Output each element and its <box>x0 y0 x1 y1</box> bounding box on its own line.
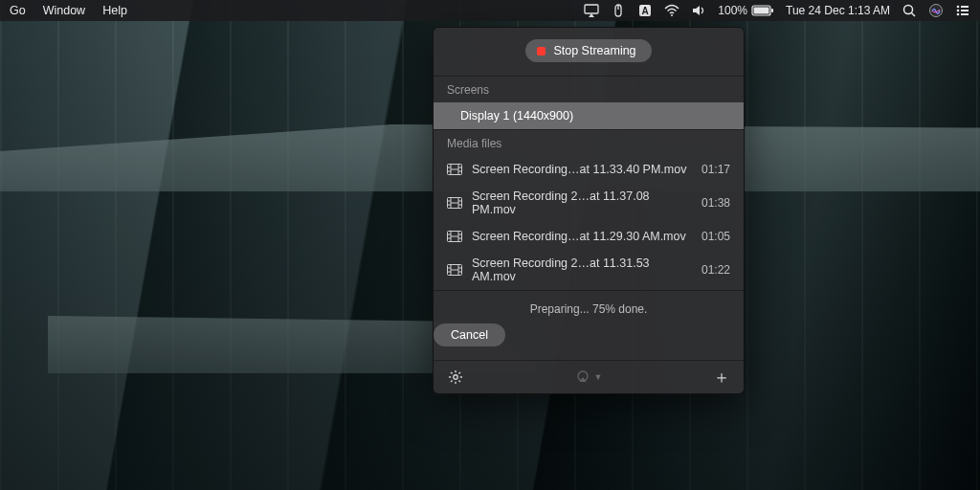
wifi-icon[interactable] <box>664 3 679 18</box>
media-row[interactable]: Screen Recording 2…at 11.31.53 AM.mov01:… <box>434 250 744 290</box>
media-filename: Screen Recording…at 11.33.40 PM.mov <box>472 163 686 176</box>
svg-text:A: A <box>642 6 649 16</box>
media-header: Media files <box>434 129 744 156</box>
add-button[interactable]: ＋ <box>713 368 730 386</box>
svg-rect-17 <box>961 10 969 11</box>
stop-streaming-button[interactable]: Stop Streaming <box>525 39 651 62</box>
settings-gear-icon[interactable] <box>447 368 464 386</box>
svg-rect-19 <box>961 13 969 15</box>
battery-status[interactable]: 100% <box>718 4 774 17</box>
media-row[interactable]: Screen Recording…at 11.33.40 PM.mov01:17 <box>434 156 744 183</box>
svg-rect-0 <box>585 5 598 13</box>
svg-line-57 <box>451 372 453 374</box>
menu-window[interactable]: Window <box>43 4 85 17</box>
preparing-status: Preparing... 75% done. <box>434 302 744 316</box>
media-duration: 01:05 <box>702 230 730 243</box>
media-filename: Screen Recording 2…at 11.31.53 AM.mov <box>472 256 692 283</box>
media-row[interactable]: Screen Recording…at 11.29.30 AM.mov01:05 <box>434 223 744 250</box>
svg-line-60 <box>458 372 460 374</box>
film-icon <box>447 231 462 242</box>
svg-point-6 <box>671 14 673 16</box>
stop-streaming-label: Stop Streaming <box>553 44 635 57</box>
svg-point-16 <box>957 10 960 12</box>
panel-top: Stop Streaming <box>434 28 744 76</box>
input-a-icon[interactable]: A <box>637 3 653 18</box>
svg-marker-62 <box>579 377 586 382</box>
film-icon <box>447 197 462 209</box>
volume-icon[interactable] <box>691 3 706 18</box>
battery-percent: 100% <box>718 4 747 17</box>
media-duration: 01:17 <box>702 163 730 176</box>
airplay-selector[interactable]: ▼ <box>464 369 713 385</box>
spotlight-icon[interactable] <box>902 3 917 18</box>
status-section: Preparing... 75% done. Cancel <box>434 290 744 360</box>
screen-label: Display 1 (1440x900) <box>460 109 573 122</box>
svg-point-11 <box>904 6 913 14</box>
menu-go[interactable]: Go <box>10 4 26 17</box>
media-duration: 01:38 <box>702 196 730 210</box>
media-row[interactable]: Screen Recording 2…at 11.37.08 PM.mov01:… <box>434 183 744 223</box>
panel-footer: ▼ ＋ <box>434 360 744 393</box>
svg-rect-9 <box>754 8 769 14</box>
screens-header: Screens <box>434 76 744 102</box>
svg-rect-15 <box>961 6 969 8</box>
record-indicator-icon <box>537 47 546 56</box>
cancel-button[interactable]: Cancel <box>434 323 505 346</box>
media-filename: Screen Recording 2…at 11.37.08 PM.mov <box>472 189 692 216</box>
media-filename: Screen Recording…at 11.29.30 AM.mov <box>472 230 686 243</box>
mouse-icon[interactable] <box>611 3 626 18</box>
menubar-clock[interactable]: Tue 24 Dec 1:13 AM <box>786 4 890 17</box>
svg-line-59 <box>451 380 453 382</box>
control-list-icon[interactable] <box>955 3 970 18</box>
streaming-panel: Stop Streaming Screens Display 1 (1440x9… <box>433 27 745 394</box>
media-duration: 01:22 <box>702 263 730 277</box>
screens-list: Display 1 (1440x900) <box>434 102 744 129</box>
chevron-down-icon: ▼ <box>594 372 603 382</box>
svg-line-58 <box>458 380 460 382</box>
svg-line-12 <box>912 13 916 17</box>
menubar-left: Go Window Help <box>10 4 127 17</box>
film-icon <box>447 264 462 276</box>
siri-icon[interactable] <box>928 3 944 18</box>
cancel-label: Cancel <box>451 328 488 342</box>
menubar-right: A 100% Tue 24 Dec 1:13 AM <box>584 3 970 18</box>
menubar: Go Window Help A 100% Tue 24 Dec 1:13 AM <box>0 0 980 21</box>
screen-mirror-icon[interactable] <box>584 3 599 18</box>
screen-row[interactable]: Display 1 (1440x900) <box>434 102 744 129</box>
svg-point-18 <box>957 13 960 16</box>
film-icon <box>447 164 462 175</box>
svg-rect-10 <box>771 9 773 12</box>
menu-help[interactable]: Help <box>102 4 127 17</box>
svg-point-52 <box>454 375 457 379</box>
svg-marker-7 <box>693 6 700 15</box>
media-list: Screen Recording…at 11.33.40 PM.mov01:17… <box>434 156 744 290</box>
svg-point-14 <box>957 6 960 9</box>
